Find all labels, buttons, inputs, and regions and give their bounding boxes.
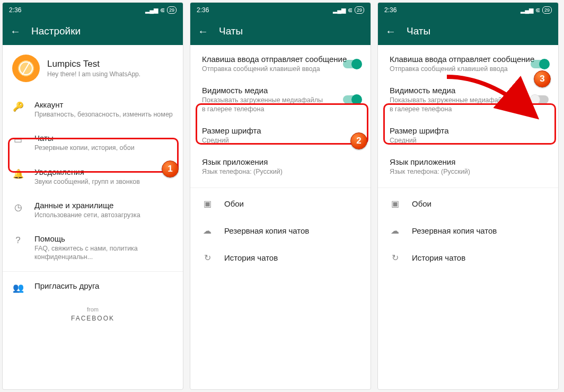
chat-icon: ▭ [12, 135, 24, 146]
key-icon: 🔑 [12, 101, 24, 112]
profile-row[interactable]: Lumpics Test Hey there! I am using Whats… [3, 45, 183, 93]
toggle-media-visibility[interactable] [531, 95, 549, 104]
row-app-language[interactable]: Язык приложения Язык телефона: (Русский) [378, 151, 558, 182]
history-icon: ↻ [202, 253, 213, 263]
invite-icon: 👥 [12, 282, 24, 293]
screen-chats-off: 2:36 ▂▄▆ ⋐ 29 Чаты Клавиша ввода отправл… [377, 2, 559, 390]
row-font-size[interactable]: Размер шрифта Средний [190, 120, 371, 151]
signal-icon: ▂▄▆ [521, 7, 533, 14]
chat-settings-group: Клавиша ввода отправляет сообщение Отпра… [378, 45, 558, 185]
divider [378, 188, 558, 188]
status-icons: ▂▄▆ ⋐ 29 [145, 6, 177, 14]
screen-chats-on: 2:36 ▂▄▆ ⋐ 29 Чаты Клавиша ввода отправл… [190, 2, 371, 390]
app-bar: Чаты [190, 17, 371, 45]
item-help[interactable]: ? Помощь FAQ, свяжитесь с нами, политика… [3, 227, 183, 269]
toggle-media-visibility[interactable] [343, 95, 361, 104]
battery-icon: 29 [167, 6, 177, 14]
row-wallpaper[interactable]: ▣ Обои [190, 190, 371, 217]
toggle-enter-sends[interactable] [531, 60, 549, 68]
row-history[interactable]: ↻ История чатов [190, 244, 371, 271]
clock: 2:36 [384, 6, 396, 14]
wifi-icon: ⋐ [535, 7, 540, 14]
history-icon: ↻ [390, 253, 400, 263]
clock: 2:36 [9, 6, 21, 14]
row-backup[interactable]: ☁ Резервная копия чатов [190, 217, 371, 244]
signal-icon: ▂▄▆ [145, 7, 158, 14]
bell-icon: 🔔 [12, 168, 24, 180]
item-data-storage[interactable]: ◷ Данные и хранилище Использование сети,… [3, 193, 183, 227]
page-title: Настройки [31, 25, 81, 37]
wallpaper-icon: ▣ [202, 199, 213, 209]
row-font-size[interactable]: Размер шрифта Средний [378, 120, 558, 151]
cloud-up-icon: ☁ [390, 226, 400, 236]
page-title: Чаты [407, 25, 430, 37]
row-history[interactable]: ↻ История чатов [378, 244, 558, 271]
row-app-language[interactable]: Язык приложения Язык телефона: (Русский) [190, 151, 371, 182]
signal-icon: ▂▄▆ [333, 7, 346, 14]
facebook-label: FACEBOOK [3, 315, 183, 322]
row-enter-sends[interactable]: Клавиша ввода отправляет сообщение Отпра… [190, 48, 371, 79]
status-icons: ▂▄▆ ⋐ 29 [333, 6, 364, 14]
step-badge-2: 2 [350, 132, 367, 149]
item-chats[interactable]: ▭ Чаты Резервные копии, история, обои [3, 126, 183, 159]
row-enter-sends[interactable]: Клавиша ввода отправляет сообщение Отпра… [378, 48, 558, 79]
item-account[interactable]: 🔑 Аккаунт Приватность, безопасность, изм… [3, 93, 183, 126]
status-icons: ▂▄▆ ⋐ 29 [521, 6, 552, 14]
row-media-visibility[interactable]: Видимость медиа Показывать загруженные м… [378, 79, 558, 120]
from-label: from FACEBOOK [3, 306, 183, 322]
wifi-icon: ⋐ [160, 7, 165, 14]
divider [190, 188, 371, 188]
help-icon: ? [12, 235, 24, 246]
clock: 2:36 [197, 6, 209, 14]
status-bar: 2:36 ▂▄▆ ⋐ 29 [3, 3, 183, 17]
profile-status: Hey there! I am using WhatsApp. [47, 70, 140, 78]
screen-settings: 2:36 ▂▄▆ ⋐ 29 Настройки Lumpics Test Hey… [2, 2, 183, 390]
app-bar: Настройки [3, 17, 183, 45]
cloud-up-icon: ☁ [202, 226, 213, 236]
item-invite[interactable]: 👥 Пригласить друга [3, 274, 183, 301]
toggle-enter-sends[interactable] [343, 60, 361, 68]
divider [3, 271, 183, 272]
row-media-visibility[interactable]: Видимость медиа Показывать загруженные м… [190, 79, 371, 120]
profile-name: Lumpics Test [47, 59, 140, 69]
row-wallpaper[interactable]: ▣ Обои [378, 190, 558, 217]
chat-settings-group: Клавиша ввода отправляет сообщение Отпра… [190, 45, 371, 185]
back-icon[interactable] [10, 25, 21, 38]
item-notifications[interactable]: 🔔 Уведомления Звуки сообщений, групп и з… [3, 160, 183, 193]
settings-list: 🔑 Аккаунт Приватность, безопасность, изм… [3, 93, 183, 389]
app-bar: Чаты [378, 17, 558, 45]
row-backup[interactable]: ☁ Резервная копия чатов [378, 217, 558, 244]
back-icon[interactable] [198, 25, 208, 38]
battery-icon: 29 [542, 6, 552, 14]
wifi-icon: ⋐ [348, 7, 352, 14]
status-bar: 2:36 ▂▄▆ ⋐ 29 [190, 3, 371, 17]
data-icon: ◷ [12, 202, 24, 213]
step-badge-1: 1 [162, 161, 179, 177]
step-badge-3: 3 [534, 70, 551, 87]
wallpaper-icon: ▣ [390, 199, 400, 209]
page-title: Чаты [219, 25, 243, 37]
battery-icon: 29 [355, 6, 364, 14]
back-icon[interactable] [385, 25, 396, 38]
avatar [12, 55, 40, 82]
status-bar: 2:36 ▂▄▆ ⋐ 29 [378, 3, 558, 17]
